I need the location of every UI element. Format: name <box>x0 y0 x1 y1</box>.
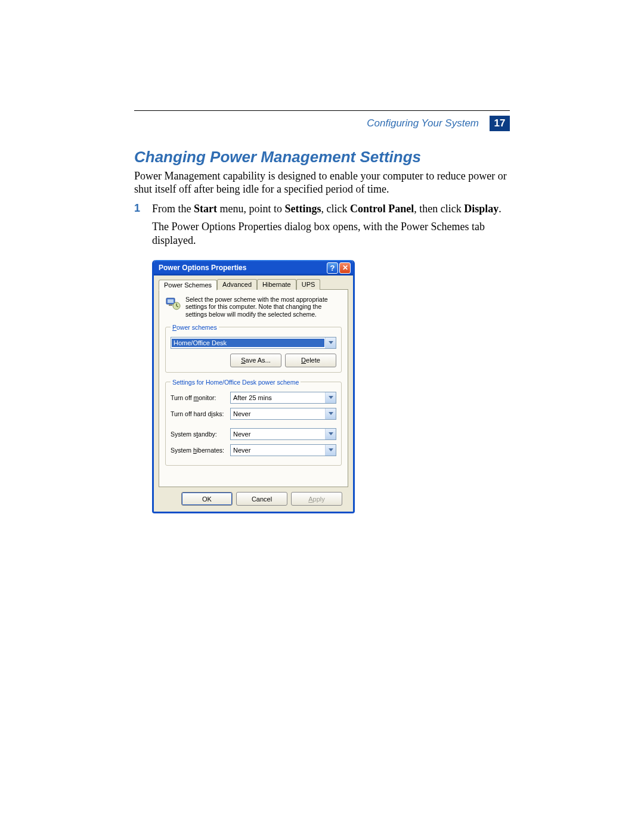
standby-label: System standby: <box>171 431 230 438</box>
running-head: Configuring Your System 17 <box>367 116 510 131</box>
close-icon[interactable]: ✕ <box>339 262 351 274</box>
power-scheme-icon <box>165 296 181 311</box>
monitor-label: Turn off monitor: <box>171 394 230 401</box>
content-area: Changing Power Management Settings Power… <box>134 148 510 513</box>
tab-advanced[interactable]: Advanced <box>217 279 257 290</box>
disks-value: Never <box>231 410 325 417</box>
help-icon[interactable]: ? <box>327 262 338 274</box>
scheme-settings-legend: Settings for Home/Office Desk power sche… <box>171 379 301 386</box>
step-followup: The Power Options Properties dialog box … <box>152 220 510 247</box>
description-text: Select the power scheme with the most ap… <box>185 296 342 317</box>
chevron-down-icon <box>325 429 336 439</box>
disks-select[interactable]: Never <box>230 408 336 420</box>
page-heading: Changing Power Management Settings <box>134 148 510 166</box>
step-number: 1 <box>134 202 144 216</box>
power-schemes-legend: Power schemes <box>171 324 219 331</box>
save-as-button[interactable]: Save As... <box>230 354 281 367</box>
disks-label: Turn off hard disks: <box>171 410 230 417</box>
hibernate-row: System hibernates: Never <box>171 444 336 456</box>
delete-button[interactable]: Delete <box>285 354 336 367</box>
standby-select[interactable]: Never <box>230 428 336 440</box>
standby-value: Never <box>231 431 325 438</box>
standby-row: System standby: Never <box>171 428 336 440</box>
svg-rect-1 <box>168 299 174 303</box>
tab-hibernate[interactable]: Hibernate <box>257 279 296 290</box>
monitor-value: After 25 mins <box>231 394 325 401</box>
power-scheme-select[interactable]: Home/Office Desk <box>171 337 336 349</box>
dialog-button-row: OK Cancel Apply <box>159 487 348 506</box>
chevron-down-icon <box>325 392 336 403</box>
power-schemes-group: Power schemes Home/Office Desk Save As..… <box>165 324 342 373</box>
page-number-badge: 17 <box>490 116 510 131</box>
tab-strip: Power Schemes Advanced Hibernate UPS <box>159 279 348 290</box>
step-1: 1 From the Start menu, point to Settings… <box>134 202 510 216</box>
ok-button[interactable]: OK <box>181 492 233 506</box>
dialog-title: Power Options Properties <box>159 264 326 272</box>
step-text: From the Start menu, point to Settings, … <box>152 202 501 216</box>
chevron-down-icon <box>325 408 336 419</box>
hibernate-select[interactable]: Never <box>230 444 336 456</box>
monitor-row: Turn off monitor: After 25 mins <box>171 392 336 404</box>
header-rule <box>134 110 510 111</box>
section-name: Configuring Your System <box>367 117 479 129</box>
chevron-down-icon <box>325 337 336 348</box>
power-options-dialog: Power Options Properties ? ✕ Power Schem… <box>152 260 355 513</box>
apply-button[interactable]: Apply <box>291 492 342 506</box>
tab-power-schemes[interactable]: Power Schemes <box>159 280 217 290</box>
manual-page: Configuring Your System 17 Changing Powe… <box>0 0 644 833</box>
monitor-select[interactable]: After 25 mins <box>230 392 336 404</box>
description-row: Select the power scheme with the most ap… <box>165 296 342 317</box>
tab-pane: Select the power scheme with the most ap… <box>159 289 348 487</box>
cancel-button[interactable]: Cancel <box>236 492 287 506</box>
svg-rect-2 <box>169 304 172 306</box>
hibernate-label: System hibernates: <box>171 447 230 454</box>
disks-row: Turn off hard disks: Never <box>171 408 336 420</box>
scheme-settings-group: Settings for Home/Office Desk power sche… <box>165 379 342 466</box>
dialog-screenshot: Power Options Properties ? ✕ Power Schem… <box>152 260 510 513</box>
hibernate-value: Never <box>231 447 325 454</box>
dialog-body: Power Schemes Advanced Hibernate UPS <box>154 275 353 512</box>
chevron-down-icon <box>325 445 336 456</box>
dialog-titlebar[interactable]: Power Options Properties ? ✕ <box>154 260 353 275</box>
intro-paragraph: Power Management capability is designed … <box>134 170 510 196</box>
tab-ups[interactable]: UPS <box>296 279 321 290</box>
power-scheme-value: Home/Office Desk <box>172 339 324 347</box>
